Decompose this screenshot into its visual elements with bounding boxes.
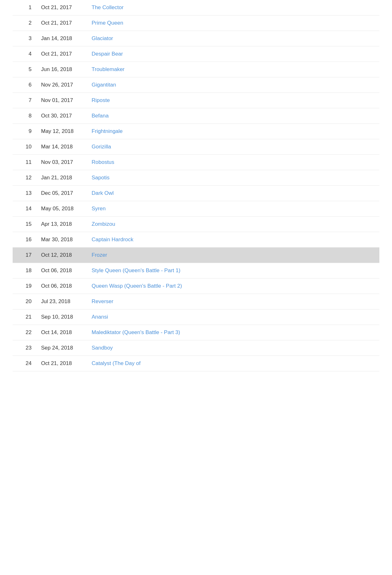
row-date: Oct 21, 2017 xyxy=(38,46,88,62)
row-episode-name[interactable]: Catalyst (The Day of xyxy=(88,356,379,371)
row-episode-name[interactable]: Sandboy xyxy=(88,340,379,356)
row-episode-name[interactable]: Gorizilla xyxy=(88,139,379,155)
row-episode-name[interactable]: The Collector xyxy=(88,0,379,15)
table-row: 9May 12, 2018Frightningale xyxy=(13,124,379,139)
row-episode-name[interactable]: Malediktator (Queen's Battle - Part 3) xyxy=(88,325,379,340)
episode-link[interactable]: Troublemaker xyxy=(92,66,124,72)
episode-link[interactable]: Captain Hardrock xyxy=(92,237,133,243)
table-row: 3Jan 14, 2018Glaciator xyxy=(13,31,379,46)
row-episode-name[interactable]: Frozer xyxy=(88,248,379,263)
table-row: 1Oct 21, 2017The Collector xyxy=(13,0,379,15)
row-number: 5 xyxy=(13,62,38,77)
row-episode-name[interactable]: Syren xyxy=(88,201,379,217)
table-row: 17Oct 12, 2018Frozer xyxy=(13,248,379,263)
row-date: Oct 30, 2017 xyxy=(38,108,88,124)
row-episode-name[interactable]: Sapotis xyxy=(88,170,379,186)
row-date: Dec 05, 2017 xyxy=(38,186,88,201)
row-episode-name[interactable]: Glaciator xyxy=(88,31,379,46)
episode-link[interactable]: Despair Bear xyxy=(92,51,123,57)
episode-link[interactable]: Malediktator (Queen's Battle - Part 3) xyxy=(92,329,180,335)
episode-link[interactable]: Prime Queen xyxy=(92,20,123,26)
row-episode-name[interactable]: Robostus xyxy=(88,155,379,170)
row-number: 12 xyxy=(13,170,38,186)
row-number: 18 xyxy=(13,263,38,279)
row-date: Oct 14, 2018 xyxy=(38,325,88,340)
row-date: Oct 06, 2018 xyxy=(38,263,88,279)
row-number: 11 xyxy=(13,155,38,170)
episode-link[interactable]: Style Queen (Queen's Battle - Part 1) xyxy=(92,267,180,273)
episode-link[interactable]: Sapotis xyxy=(92,175,110,181)
row-episode-name[interactable]: Despair Bear xyxy=(88,46,379,62)
row-number: 14 xyxy=(13,201,38,217)
row-number: 1 xyxy=(13,0,38,15)
row-number: 17 xyxy=(13,248,38,263)
episode-link[interactable]: Robostus xyxy=(92,159,114,165)
row-episode-name[interactable]: Zombizou xyxy=(88,217,379,232)
episode-link[interactable]: Gigantitan xyxy=(92,82,116,88)
episode-link[interactable]: Anansi xyxy=(92,314,108,320)
row-number: 22 xyxy=(13,325,38,340)
row-episode-name[interactable]: Captain Hardrock xyxy=(88,232,379,248)
row-number: 4 xyxy=(13,46,38,62)
row-date: Nov 26, 2017 xyxy=(38,77,88,93)
row-episode-name[interactable]: Befana xyxy=(88,108,379,124)
row-date: Jul 23, 2018 xyxy=(38,294,88,309)
row-episode-name[interactable]: Reverser xyxy=(88,294,379,309)
episode-link[interactable]: Reverser xyxy=(92,298,113,304)
row-date: Mar 30, 2018 xyxy=(38,232,88,248)
table-row: 8Oct 30, 2017Befana xyxy=(13,108,379,124)
row-episode-name[interactable]: Queen Wasp (Queen's Battle - Part 2) xyxy=(88,279,379,294)
row-date: May 05, 2018 xyxy=(38,201,88,217)
row-date: Nov 03, 2017 xyxy=(38,155,88,170)
episode-link[interactable]: Queen Wasp (Queen's Battle - Part 2) xyxy=(92,283,182,289)
row-number: 16 xyxy=(13,232,38,248)
row-date: Oct 21, 2018 xyxy=(38,356,88,371)
row-number: 7 xyxy=(13,93,38,108)
table-row: 14May 05, 2018Syren xyxy=(13,201,379,217)
row-number: 10 xyxy=(13,139,38,155)
episode-link[interactable]: Dark Owl xyxy=(92,190,114,196)
episode-link[interactable]: The Collector xyxy=(92,4,124,10)
row-episode-name[interactable]: Prime Queen xyxy=(88,15,379,31)
episode-link[interactable]: Befana xyxy=(92,113,109,119)
episode-link[interactable]: Catalyst (The Day of xyxy=(92,360,141,366)
row-episode-name[interactable]: Riposte xyxy=(88,93,379,108)
episode-link[interactable]: Gorizilla xyxy=(92,144,111,150)
main-container: 1Oct 21, 2017The Collector2Oct 21, 2017P… xyxy=(0,0,392,371)
row-episode-name[interactable]: Troublemaker xyxy=(88,62,379,77)
row-date: Jan 14, 2018 xyxy=(38,31,88,46)
row-date: Nov 01, 2017 xyxy=(38,93,88,108)
episode-link[interactable]: Glaciator xyxy=(92,35,113,41)
table-row: 18Oct 06, 2018Style Queen (Queen's Battl… xyxy=(13,263,379,279)
table-row: 19Oct 06, 2018Queen Wasp (Queen's Battle… xyxy=(13,279,379,294)
row-date: May 12, 2018 xyxy=(38,124,88,139)
row-number: 8 xyxy=(13,108,38,124)
row-number: 15 xyxy=(13,217,38,232)
row-episode-name[interactable]: Style Queen (Queen's Battle - Part 1) xyxy=(88,263,379,279)
table-row: 5Jun 16, 2018Troublemaker xyxy=(13,62,379,77)
row-number: 6 xyxy=(13,77,38,93)
row-date: Mar 14, 2018 xyxy=(38,139,88,155)
table-row: 2Oct 21, 2017Prime Queen xyxy=(13,15,379,31)
table-row: 22Oct 14, 2018Malediktator (Queen's Batt… xyxy=(13,325,379,340)
table-row: 24Oct 21, 2018Catalyst (The Day of xyxy=(13,356,379,371)
row-episode-name[interactable]: Dark Owl xyxy=(88,186,379,201)
episode-link[interactable]: Zombizou xyxy=(92,221,115,227)
row-date: Sep 10, 2018 xyxy=(38,309,88,325)
episode-link[interactable]: Riposte xyxy=(92,97,110,103)
episode-link[interactable]: Syren xyxy=(92,206,106,212)
table-row: 23Sep 24, 2018Sandboy xyxy=(13,340,379,356)
episodes-table: 1Oct 21, 2017The Collector2Oct 21, 2017P… xyxy=(13,0,379,371)
row-episode-name[interactable]: Anansi xyxy=(88,309,379,325)
episode-link[interactable]: Frightningale xyxy=(92,128,123,134)
row-episode-name[interactable]: Gigantitan xyxy=(88,77,379,93)
table-row: 7Nov 01, 2017Riposte xyxy=(13,93,379,108)
row-date: Sep 24, 2018 xyxy=(38,340,88,356)
table-row: 13Dec 05, 2017Dark Owl xyxy=(13,186,379,201)
episode-link[interactable]: Sandboy xyxy=(92,345,113,351)
row-episode-name[interactable]: Frightningale xyxy=(88,124,379,139)
row-number: 2 xyxy=(13,15,38,31)
table-row: 21Sep 10, 2018Anansi xyxy=(13,309,379,325)
episode-link[interactable]: Frozer xyxy=(92,252,107,258)
row-number: 3 xyxy=(13,31,38,46)
